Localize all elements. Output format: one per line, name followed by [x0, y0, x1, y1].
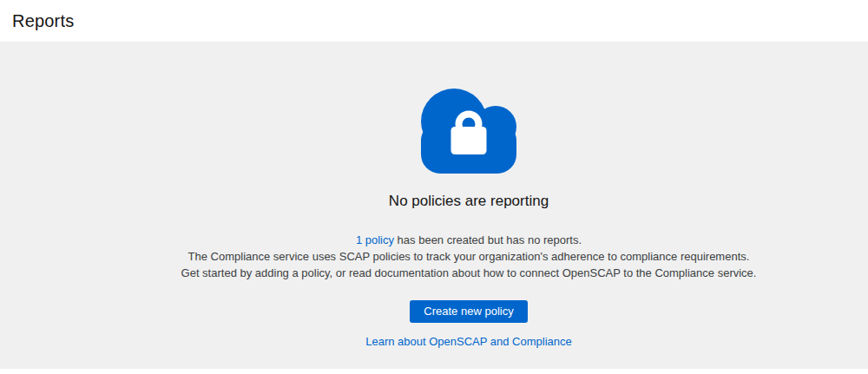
empty-state: No policies are reporting 1 policy has b…	[35, 42, 868, 348]
content-panel: No policies are reporting 1 policy has b…	[0, 42, 868, 369]
create-new-policy-button[interactable]: Create new policy	[410, 300, 527, 323]
cloud-lock-icon	[421, 87, 517, 174]
body-line-2: The Compliance service uses SCAP policie…	[181, 248, 757, 265]
policy-count-link[interactable]: 1 policy	[356, 233, 394, 246]
learn-about-link[interactable]: Learn about OpenSCAP and Compliance	[365, 335, 572, 348]
bottom-strip	[0, 369, 868, 374]
page-title: Reports	[12, 11, 74, 31]
body-line-1-text: has been created but has no reports.	[394, 233, 582, 246]
empty-state-body: 1 policy has been created but has no rep…	[181, 232, 757, 281]
body-line-policy-count: 1 policy has been created but has no rep…	[181, 232, 757, 248]
body-line-3: Get started by adding a policy, or read …	[181, 265, 757, 281]
empty-state-title: No policies are reporting	[389, 193, 549, 210]
page-header: Reports	[0, 0, 868, 42]
